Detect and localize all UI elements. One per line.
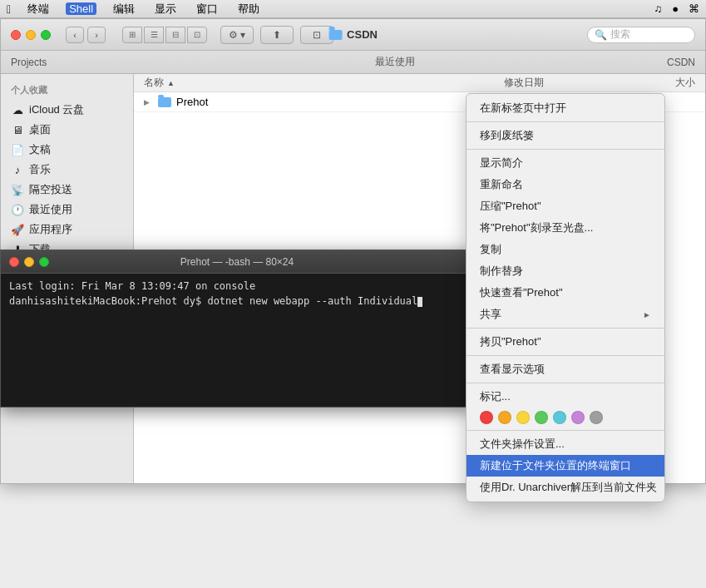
apple-menu[interactable]:  [7,2,11,16]
terminal-maximize-button[interactable] [39,257,49,267]
ctx-rename[interactable]: 重新命名 [467,174,664,195]
sidebar-section-title: 个人收藏 [1,81,133,100]
minimize-button[interactable] [26,30,36,40]
ctx-quicklook[interactable]: 快速查看"Prehot" [467,282,664,304]
search-box[interactable]: 🔍 搜索 [587,27,695,43]
ctx-folder-actions[interactable]: 文件夹操作设置... [467,433,664,455]
menubar-view[interactable]: 显示 [151,2,180,17]
ctx-share[interactable]: 共享 ► [467,304,664,325]
col-size-header[interactable]: 大小 [629,76,695,90]
menubar-terminal[interactable]: 终端 [24,2,52,17]
terminal-traffic-lights [9,257,49,267]
traffic-lights [11,30,51,40]
terminal-title: Prehot — -bash — 80×24 [180,256,294,268]
column-headers: Projects 最近使用 CSDN [1,51,705,74]
col-projects: Projects [11,57,194,68]
file-name-label: Prehot [176,96,208,108]
ctx-divider-3 [467,328,664,329]
ctx-divider-6 [467,430,664,431]
color-red[interactable] [480,411,493,424]
sidebar-label-desktop: 桌面 [29,122,51,137]
menubar-shell[interactable]: Shell [66,2,96,15]
music-icon: ♪ [11,163,24,176]
ctx-alias[interactable]: 制作替身 [467,260,664,282]
color-teal[interactable] [553,411,566,424]
ctx-new-terminal[interactable]: 新建位于文件夹位置的终端窗口 [467,455,664,477]
airdrop-icon: 📡 [11,183,24,196]
menu-icon-bluetooth[interactable]: ● [672,2,679,15]
col-name-header[interactable]: 名称 ▲ [144,76,504,90]
col-recent: 最近使用 [194,55,595,69]
expand-arrow: ▶ [144,98,150,106]
window-folder-icon [328,30,342,40]
terminal-line-2: danhisashitekiMacBook:Prehot dy$ dotnet … [9,294,465,309]
sidebar-item-music[interactable]: ♪ 音乐 [1,160,133,180]
sidebar-label-documents: 文稿 [29,142,51,157]
desktop-icon: 🖥 [11,123,24,136]
ctx-compress[interactable]: 压缩"Prehot" [467,195,664,217]
finder-titlebar: ‹ › ⊞ ☰ ⊟ ⊡ ⚙ ▾ ⬆ ⊡ CSDN 🔍 搜索 [1,19,705,51]
menu-icon-wifi[interactable]: ⌘ [689,2,699,15]
action-share-button[interactable]: ⬆ [260,26,294,44]
ctx-divider-1 [467,121,664,122]
ctx-unarchiver[interactable]: 使用Dr. Unarchiver解压到当前文件夹 [467,477,664,498]
close-button[interactable] [11,30,21,40]
menubar-help[interactable]: 帮助 [235,2,263,17]
terminal-line-1: Last login: Fri Mar 8 13:09:47 on consol… [9,279,465,294]
search-placeholder: 搜索 [610,27,630,42]
color-orange[interactable] [498,411,511,424]
color-gray[interactable] [590,411,603,424]
col-csdn: CSDN [595,57,695,68]
action-gear-button[interactable]: ⚙ ▾ [220,26,254,44]
applications-icon: 🚀 [11,223,24,236]
sidebar-item-airdrop[interactable]: 📡 隔空投送 [1,180,133,200]
view-list-button[interactable]: ☰ [144,27,164,43]
col-date-header[interactable]: 修改日期 [504,76,629,90]
sidebar-label-icloud: iCloud 云盘 [29,102,84,117]
ctx-view-options[interactable]: 查看显示选项 [467,358,664,380]
menubar:  终端 Shell 编辑 显示 窗口 帮助 ♫ ● ⌘ [0,0,706,18]
sidebar-label-airdrop: 隔空投送 [29,182,72,197]
ctx-get-info[interactable]: 显示简介 [467,152,664,174]
view-icon-button[interactable]: ⊞ [122,27,142,43]
maximize-button[interactable] [41,30,51,40]
back-button[interactable]: ‹ [66,27,84,43]
ctx-move-trash[interactable]: 移到废纸篓 [467,125,664,146]
menu-icon-music[interactable]: ♫ [654,2,662,15]
toolbar-right: 🔍 搜索 [587,27,695,43]
sidebar-item-recents[interactable]: 🕐 最近使用 [1,200,133,220]
terminal-titlebar: Prehot — -bash — 80×24 [1,250,473,274]
ctx-tags[interactable]: 标记... [467,386,664,408]
color-purple[interactable] [571,411,585,424]
ctx-copy[interactable]: 拷贝"Prehot" [467,331,664,353]
search-icon: 🔍 [595,29,607,41]
file-list-header: 名称 ▲ 修改日期 大小 [134,74,705,92]
nav-buttons: ‹ › [66,27,106,43]
folder-icon [158,97,171,107]
context-menu: 在新标签页中打开 移到废纸篓 显示简介 重新命名 压缩"Prehot" 将"Pr… [466,93,665,502]
window-title: CSDN [328,28,378,41]
terminal-minimize-button[interactable] [24,257,34,267]
color-yellow[interactable] [516,411,530,424]
sidebar-label-music: 音乐 [29,162,51,177]
sidebar-item-icloud[interactable]: ☁ iCloud 云盘 [1,100,133,120]
view-coverflow-button[interactable]: ⊡ [187,27,207,43]
sidebar-item-documents[interactable]: 📄 文稿 [1,140,133,160]
ctx-divider-5 [467,383,664,383]
file-name-cell: ▶ Prehot [144,96,504,108]
terminal-body[interactable]: Last login: Fri Mar 8 13:09:47 on consol… [1,274,473,407]
view-column-button[interactable]: ⊟ [165,27,185,43]
ctx-burn[interactable]: 将"Prehot"刻录至光盘... [467,217,664,239]
sidebar-item-desktop[interactable]: 🖥 桌面 [1,120,133,140]
menubar-window[interactable]: 窗口 [193,2,221,17]
share-arrow: ► [643,310,651,319]
ctx-duplicate[interactable]: 复制 [467,239,664,260]
menubar-edit[interactable]: 编辑 [110,2,138,17]
terminal-close-button[interactable] [9,257,19,267]
ctx-open-tab[interactable]: 在新标签页中打开 [467,97,664,119]
terminal-window: Prehot — -bash — 80×24 Last login: Fri M… [0,250,474,408]
color-green[interactable] [535,411,548,424]
forward-button[interactable]: › [87,27,106,43]
sidebar-item-applications[interactable]: 🚀 应用程序 [1,220,133,240]
sidebar-label-recents: 最近使用 [29,202,72,217]
